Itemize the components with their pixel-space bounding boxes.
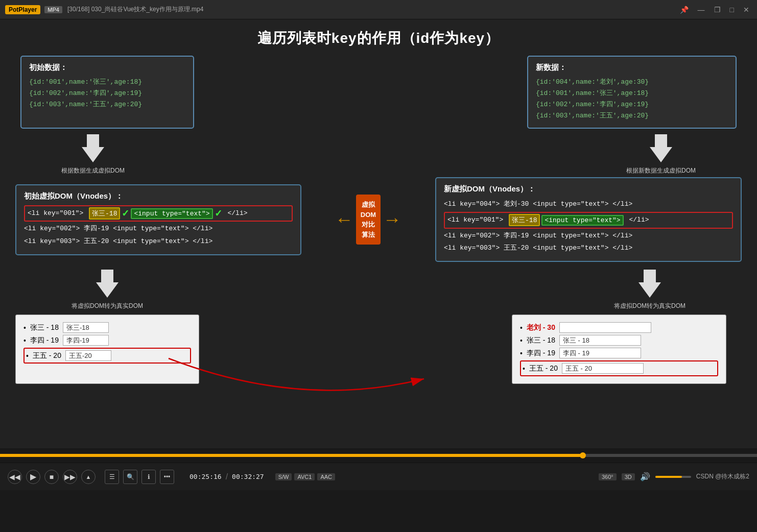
left-vdom-row-1-highlighted: <li key="001"> 张三-18 ✓ <input type="text… bbox=[24, 205, 293, 222]
realdom-right-row-2: • 张三 - 18 bbox=[520, 335, 718, 346]
new-data-line-3: {id:'002',name:'李四',age:19} bbox=[536, 99, 728, 110]
more-button[interactable]: ••• bbox=[160, 470, 174, 484]
initial-data-line-2: {id:'002',name:'李四',age:19} bbox=[29, 88, 185, 99]
prev-button[interactable]: ◀◀ bbox=[8, 470, 22, 484]
realdom-right-row-3: • 李四 - 19 bbox=[520, 348, 718, 358]
left-vdom-box: 初始虚拟DOM（Vnodes）： <li key="001"> 张三-18 ✓ … bbox=[15, 184, 301, 255]
input-wangwu-left[interactable] bbox=[65, 350, 111, 361]
right-vdom-row-1: <li key="004"> 老刘-30 <input type="text">… bbox=[444, 198, 733, 211]
realdom-left-row-3-highlighted: • 王五 - 20 bbox=[23, 348, 191, 364]
play-button[interactable]: ▶ bbox=[26, 470, 40, 484]
playlist-button[interactable]: ☰ bbox=[105, 470, 119, 484]
format-badge: MP4 bbox=[44, 6, 62, 13]
file-title: [30/168] 030_尚硅谷Vue技术_key作用与原理.mp4 bbox=[67, 5, 203, 14]
progress-thumb[interactable] bbox=[580, 452, 586, 458]
initial-data-box: 初始数据： {id:'001',name:'张三',age:18} {id:'0… bbox=[20, 56, 194, 129]
left-vdom-title: 初始虚拟DOM（Vnodes）： bbox=[24, 191, 293, 201]
time-current: 00:25:16 bbox=[190, 473, 222, 480]
new-data-line-1: {id:'004',name:'老刘',age:30} bbox=[536, 77, 728, 88]
realdom-right-row-1: • 老刘 - 30 bbox=[520, 322, 718, 333]
stop-button[interactable]: ■ bbox=[44, 470, 59, 484]
left-vdom-arrow-area: 将虚拟DOM转为真实DOM bbox=[72, 267, 143, 310]
restore-button[interactable]: ❐ bbox=[712, 6, 723, 14]
time-total: 00:32:27 bbox=[232, 473, 264, 480]
time-area: 00:25:16 / 00:32:27 bbox=[190, 472, 264, 481]
new-data-line-4: {id:'003',name:'王五',age:20} bbox=[536, 110, 728, 122]
volume-fill bbox=[655, 476, 682, 478]
app-logo[interactable]: PotPlayer bbox=[5, 5, 40, 14]
new-data-line-2: {id:'001',name:'张三',age:18} bbox=[536, 88, 728, 99]
right-vdom-arrow-label: 将虚拟DOM转为真实DOM bbox=[614, 302, 685, 310]
right-vdom-row-2-highlighted: <li key="001"> 张三-18 <input type="text">… bbox=[444, 212, 733, 229]
realdom-right-row-4-highlighted: • 王五 - 20 bbox=[520, 360, 718, 376]
badge-aac: AAC bbox=[317, 473, 335, 480]
zhangsan-highlight: 张三-18 bbox=[89, 207, 120, 220]
progress-bar-area[interactable] bbox=[0, 448, 757, 463]
right-vdom-box: 新虚拟DOM（Vnodes）： <li key="004"> 老刘-30 <in… bbox=[435, 177, 742, 262]
input-wangwu-right[interactable] bbox=[562, 363, 644, 374]
right-arrow-label: 根据新数据生成虚拟DOM bbox=[626, 166, 696, 175]
volume-bar[interactable] bbox=[655, 476, 691, 478]
right-realdom-box: • 老刘 - 30 • 张三 - 18 • 李四 - 19 • 王五 - 20 bbox=[512, 315, 726, 384]
checkmark-1: ✓ bbox=[122, 208, 129, 219]
maximize-button[interactable]: □ bbox=[727, 6, 737, 14]
realdom-left-row-1: • 张三 - 18 bbox=[23, 322, 191, 333]
next-button[interactable]: ▶▶ bbox=[63, 470, 77, 484]
left-arrow-label: 根据数据生成虚拟DOM bbox=[61, 166, 125, 175]
left-realdom-box: • 张三 - 18 • 李四 - 19 • 王五 - 20 bbox=[15, 315, 199, 384]
badge-360: 360° bbox=[599, 473, 617, 480]
badge-3d: 3D bbox=[622, 473, 635, 480]
right-vdom-title: 新虚拟DOM（Vnodes）： bbox=[444, 184, 733, 194]
input-laoliu-right[interactable] bbox=[559, 322, 651, 333]
window-controls: 📌 — ❐ □ ✕ bbox=[677, 6, 752, 14]
controlbar: ◀◀ ▶ ■ ▶▶ ▲ ☰ 🔍 ℹ ••• 00:25:16 / 00:32:2… bbox=[0, 463, 757, 490]
codec-badges: S/W AVC1 AAC bbox=[275, 473, 335, 480]
left-vdom-row-2: <li key="002"> 李四-19 <input type="text">… bbox=[24, 223, 293, 235]
new-data-title: 新数据： bbox=[536, 63, 728, 72]
left-vdom-row-3: <li key="003"> 王五-20 <input type="text">… bbox=[24, 235, 293, 248]
left-h-arrow: ← bbox=[335, 209, 353, 230]
checkmark-2: ✓ bbox=[215, 208, 222, 219]
progress-track[interactable] bbox=[0, 454, 757, 457]
initial-data-line-3: {id:'003',name:'王五',age:20} bbox=[29, 99, 185, 110]
right-zhangsan-highlight: 张三-18 bbox=[509, 214, 540, 226]
left-vdom-arrow-label: 将虚拟DOM转为真实DOM bbox=[72, 302, 143, 310]
progress-fill bbox=[0, 454, 583, 457]
close-button[interactable]: ✕ bbox=[741, 6, 752, 14]
left-arrow-area: 根据数据生成虚拟DOM bbox=[61, 132, 125, 175]
right-h-arrow: → bbox=[383, 209, 401, 230]
input-zhangsan-left[interactable] bbox=[63, 322, 109, 333]
badge-sw: S/W bbox=[275, 473, 292, 480]
info-button[interactable]: ℹ bbox=[141, 470, 156, 484]
initial-data-title: 初始数据： bbox=[29, 63, 185, 72]
badge-avc1: AVC1 bbox=[294, 473, 315, 480]
extra-controls: ☰ 🔍 ℹ ••• bbox=[105, 470, 174, 484]
input-zhangsan-right[interactable] bbox=[559, 335, 641, 346]
right-vdom-arrow-area: 将虚拟DOM转为真实DOM bbox=[614, 267, 685, 310]
compare-label: 虚拟DOM对比算法 bbox=[356, 195, 381, 245]
right-vdom-row-4: <li key="003"> 王五-20 <input type="text">… bbox=[444, 242, 733, 255]
titlebar: PotPlayer MP4 [30/168] 030_尚硅谷Vue技术_key作… bbox=[0, 0, 757, 19]
right-info: 360° 3D 🔊 CSDN @待木成栋2 bbox=[599, 472, 749, 481]
right-input-highlight: <input type="text"> bbox=[541, 215, 623, 226]
input-lisi-left[interactable] bbox=[63, 335, 109, 346]
compare-area: ← 虚拟DOM对比算法 → bbox=[335, 195, 401, 245]
volume-icon: 🔊 bbox=[640, 472, 650, 481]
right-arrow-area: 根据新数据生成虚拟DOM bbox=[626, 132, 696, 175]
new-data-box: 新数据： {id:'004',name:'老刘',age:30} {id:'00… bbox=[527, 56, 737, 129]
zoom-button[interactable]: 🔍 bbox=[123, 470, 137, 484]
slide-title: 遍历列表时key的作用（id作为key） bbox=[0, 19, 757, 53]
pin-button[interactable]: 📌 bbox=[677, 6, 691, 14]
open-button[interactable]: ▲ bbox=[81, 470, 96, 484]
input-highlight: <input type="text"> bbox=[131, 208, 212, 219]
initial-data-line-1: {id:'001',name:'张三',age:18} bbox=[29, 77, 185, 88]
minimize-button[interactable]: — bbox=[695, 6, 707, 14]
right-vdom-row-3: <li key="002"> 李四-19 <input type="text">… bbox=[444, 230, 733, 243]
main-content: 遍历列表时key的作用（id作为key） 初始数据： {id:'001',nam… bbox=[0, 19, 757, 448]
playback-controls: ◀◀ ▶ ■ ▶▶ ▲ bbox=[8, 470, 96, 484]
input-lisi-right[interactable] bbox=[559, 348, 641, 358]
csdn-label: CSDN @待木成栋2 bbox=[696, 472, 749, 481]
realdom-left-row-2: • 李四 - 19 bbox=[23, 335, 191, 346]
